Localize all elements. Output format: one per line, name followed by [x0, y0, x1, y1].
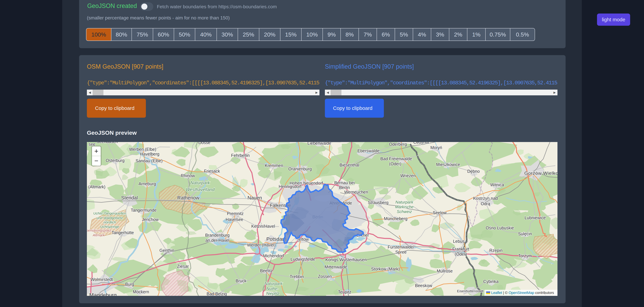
svg-text:Odrą: Odrą [481, 201, 490, 206]
svg-text:Rathenow: Rathenow [177, 195, 200, 200]
svg-text:und Waldgebiete: und Waldgebiete [96, 216, 123, 220]
svg-text:Dębno: Dębno [467, 169, 480, 174]
svg-text:Bad Belzig: Bad Belzig [206, 292, 227, 296]
svg-text:Zossen: Zossen [318, 274, 332, 279]
svg-text:Ketzin/Havel: Ketzin/Havel [251, 224, 275, 228]
svg-text:Hennigsdorf: Hennigsdorf [279, 184, 302, 189]
svg-text:penübungsplatz: penübungsplatz [87, 228, 112, 232]
svg-text:Strausberg: Strausberg [368, 200, 388, 205]
svg-text:Mittenwalde: Mittenwalde [324, 264, 347, 269]
svg-text:Ludwigsfelde: Ludwigsfelde [290, 257, 315, 262]
svg-text:Seehausen: Seehausen [96, 142, 118, 144]
svg-text:Lebus: Lebus [453, 239, 464, 244]
svg-text:Eberswalde: Eberswalde [358, 148, 380, 153]
svg-text:Werben (Elbe): Werben (Elbe) [129, 147, 156, 152]
svg-text:Cybinka: Cybinka [483, 279, 498, 284]
svg-text:Premnitz: Premnitz [227, 211, 244, 216]
svg-text:Nieplitz: Nieplitz [266, 291, 280, 296]
svg-text:Werneuchen: Werneuchen [344, 190, 368, 194]
svg-text:Moryń: Moryń [430, 145, 442, 150]
svg-text:Werder (Havel): Werder (Havel) [247, 242, 276, 247]
svg-text:Teupitz: Teupitz [338, 290, 351, 294]
svg-text:Seelow: Seelow [433, 210, 447, 215]
svg-text:Mieszkowice: Mieszkowice [436, 162, 460, 167]
svg-text:Havelsee: Havelsee [226, 217, 243, 222]
svg-text:Biesenthal: Biesenthal [340, 163, 359, 167]
svg-text:Lubniewice: Lubniewice [524, 215, 546, 220]
svg-text:Oderberg: Oderberg [389, 142, 407, 146]
svg-text:Brandenburg: Brandenburg [205, 233, 230, 238]
svg-text:Müncheberg: Müncheberg [384, 216, 408, 221]
svg-text:Osterburg: Osterburg [106, 158, 124, 163]
svg-text:Stendal: Stendal [121, 195, 138, 200]
svg-text:rk (Altmark): rk (Altmark) [87, 184, 106, 189]
svg-text:(Oder): (Oder) [389, 162, 401, 166]
svg-text:Dosse: Dosse [198, 142, 210, 145]
svg-text:Tangerhütte: Tangerhütte [112, 230, 134, 235]
svg-text:Torzym: Torzym [518, 254, 532, 258]
svg-text:nördlich: nördlich [104, 220, 116, 224]
svg-text:Sandau (Elbe): Sandau (Elbe) [136, 158, 162, 163]
svg-text:Möckern: Möckern [133, 290, 149, 294]
svg-text:Gorzów Wielkopo: Gorzów Wielkopo [524, 170, 558, 176]
svg-text:Tangermünde: Tangermünde [131, 208, 157, 212]
svg-text:Brück: Brück [236, 278, 246, 283]
svg-text:Ośno Lubuskie: Ośno Lubuskie [486, 226, 514, 230]
svg-text:Nuthe-: Nuthe- [266, 286, 278, 291]
svg-text:Oranienburg: Oranienburg [288, 166, 312, 171]
svg-text:Trebbin: Trebbin [290, 274, 304, 279]
svg-text:Königs Wusterhausen: Königs Wusterhausen [326, 257, 366, 262]
svg-text:Spree: Spree [395, 250, 407, 254]
svg-text:Liebenwalde: Liebenwalde [308, 142, 331, 146]
svg-text:Burg: Burg [125, 282, 134, 286]
svg-text:Altmark: Altmark [92, 233, 105, 237]
svg-text:Friesack: Friesack [204, 169, 220, 174]
svg-text:Uchte-Tangerquellen: Uchte-Tangerquellen [93, 211, 126, 215]
svg-text:Michendorf: Michendorf [263, 254, 284, 258]
svg-text:Genthin: Genthin [160, 248, 174, 253]
svg-text:Nauen: Nauen [248, 195, 262, 200]
svg-text:Naturpark: Naturpark [190, 180, 210, 185]
svg-text:Rzepin: Rzepin [489, 248, 502, 253]
svg-text:Storkow (Mark): Storkow (Mark) [371, 266, 400, 271]
svg-text:Westhavelland: Westhavelland [186, 187, 215, 192]
svg-text:Jerichow: Jerichow [142, 217, 159, 222]
svg-text:an der Havel: an der Havel [205, 238, 229, 242]
svg-text:Schweiz: Schweiz [397, 209, 412, 214]
svg-text:Wolmirstedt: Wolmirstedt [90, 277, 113, 282]
svg-text:Müllrose: Müllrose [437, 268, 453, 273]
svg-text:Bernau bei: Bernau bei [334, 180, 355, 185]
svg-text:Kremmen: Kremmen [265, 163, 283, 168]
svg-text:(Oder): (Oder) [455, 252, 467, 256]
svg-text:Witnica: Witnica [490, 182, 504, 187]
svg-text:Eisenhüttenstadt: Eisenhüttenstadt [457, 289, 484, 293]
svg-text:Beeskow: Beeskow [415, 283, 432, 288]
svg-text:Havelberg: Havelberg [140, 152, 160, 156]
svg-text:Märkische: Märkische [395, 204, 414, 209]
svg-text:Beelitz: Beelitz [260, 268, 273, 273]
svg-text:Bad Freienwalde: Bad Freienwalde [380, 156, 412, 161]
svg-text:Sulęcin: Sulęcin [518, 232, 532, 236]
svg-text:Naturpark: Naturpark [395, 200, 414, 204]
svg-text:Ziesar: Ziesar [177, 264, 189, 268]
svg-text:Fürstenwalde/: Fürstenwalde/ [388, 244, 414, 249]
svg-text:Berlin: Berlin [339, 185, 350, 190]
svg-text:Arneburg: Arneburg [138, 182, 156, 186]
svg-text:Fehrbellin: Fehrbellin [231, 153, 250, 158]
svg-text:Kostrzyn nad: Kostrzyn nad [473, 196, 498, 201]
svg-text:Naturpark: Naturpark [264, 281, 282, 286]
svg-text:Cedynia: Cedynia [413, 142, 429, 144]
svg-text:Wriezen: Wriezen [400, 173, 416, 178]
svg-text:Magdeburg: Magdeburg [89, 292, 117, 296]
svg-text:Rhinow: Rhinow [181, 173, 195, 178]
svg-text:Frankfurt: Frankfurt [452, 247, 469, 252]
svg-text:Uchtspringe: Uchtspringe [100, 225, 119, 228]
